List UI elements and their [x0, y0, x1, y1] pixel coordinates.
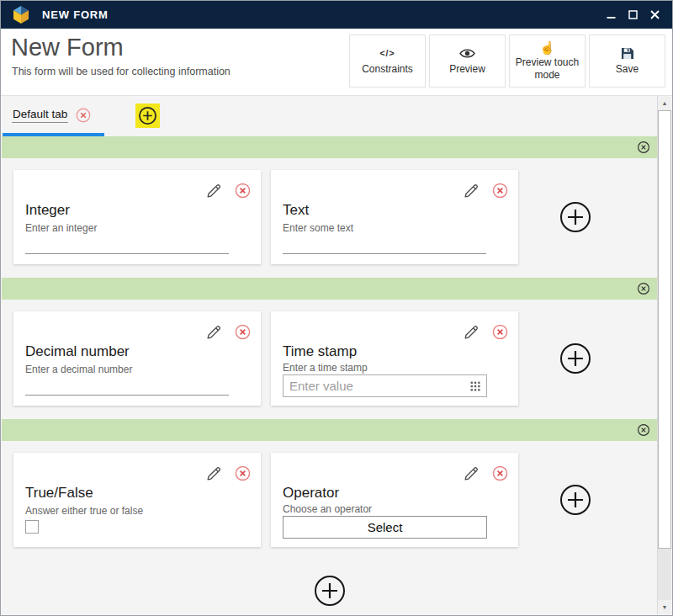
field-description: Answer either true or false — [25, 505, 143, 517]
preview-button-label: Preview — [449, 63, 485, 76]
save-icon — [621, 47, 633, 61]
add-field-button[interactable] — [559, 201, 591, 233]
timestamp-input-placeholder: Enter value — [289, 379, 470, 393]
truefalse-checkbox[interactable] — [25, 520, 39, 534]
save-button-label: Save — [616, 63, 639, 76]
field-title: Time stamp — [283, 343, 357, 360]
field-description: Enter some text — [283, 222, 353, 234]
edit-field-icon[interactable] — [205, 465, 223, 482]
vertical-scrollbar[interactable]: ▲ ▼ — [657, 96, 671, 614]
plus-circle-icon — [559, 484, 591, 516]
delete-field-icon[interactable] — [235, 183, 251, 199]
field-card-text: Text Enter some text — [271, 170, 518, 264]
touch-hand-icon: ☝ — [539, 40, 555, 54]
minimize-button[interactable] — [600, 4, 622, 26]
remove-section-icon[interactable] — [637, 423, 650, 437]
preview-touch-mode-label: Preview touch mode — [511, 56, 583, 82]
field-card-operator: Operator Choose an operator Select — [271, 453, 518, 547]
remove-section-icon[interactable] — [637, 141, 650, 154]
toolbar: </> Constraints Preview ☝ Preview touch … — [349, 35, 665, 88]
eye-icon — [459, 47, 475, 61]
keypad-grid-icon[interactable] — [470, 381, 480, 391]
fields-row: Integer Enter an integer Text Enter s — [2, 158, 657, 278]
plus-circle-icon — [138, 106, 157, 125]
timestamp-value-input[interactable]: Enter value — [283, 374, 487, 397]
field-title: True/False — [25, 485, 93, 502]
field-title: Text — [283, 202, 309, 219]
form-section: Decimal number Enter a decimal number Ti… — [2, 278, 657, 419]
preview-touch-mode-button[interactable]: ☝ Preview touch mode — [509, 35, 586, 88]
field-description: Enter a decimal number — [25, 364, 132, 375]
section-header-band — [2, 419, 657, 441]
scrollbar-thumb[interactable] — [658, 110, 671, 549]
app-window: NEW FORM New Form This form will be used… — [0, 0, 673, 616]
tab-bar: Default tab — [2, 97, 657, 136]
delete-field-icon[interactable] — [492, 465, 508, 481]
field-description: Choose an operator — [283, 503, 372, 515]
edit-field-icon[interactable] — [463, 182, 480, 199]
fields-row: True/False Answer either true or false O… — [2, 441, 657, 560]
scroll-up-arrow[interactable]: ▲ — [658, 96, 671, 110]
delete-field-icon[interactable] — [492, 324, 508, 340]
form-section: Integer Enter an integer Text Enter s — [2, 136, 657, 278]
titlebar: NEW FORM — [1, 1, 672, 29]
section-header-band — [2, 278, 657, 300]
save-button[interactable]: Save — [589, 35, 665, 88]
form-header: New Form This form will be used for coll… — [1, 29, 672, 96]
form-designer-area: Default tab — [2, 97, 657, 614]
constraints-button-label: Constraints — [362, 63, 413, 76]
window-title: NEW FORM — [42, 8, 109, 21]
maximize-button[interactable] — [622, 4, 644, 26]
field-card-timestamp: Time stamp Enter a time stamp Enter valu… — [271, 311, 518, 406]
close-button[interactable] — [644, 4, 665, 26]
field-description: Enter a time stamp — [283, 362, 368, 374]
field-card-truefalse: True/False Answer either true or false — [13, 453, 261, 547]
delete-field-icon[interactable] — [492, 183, 508, 199]
remove-section-icon[interactable] — [637, 282, 650, 295]
tab-default[interactable]: Default tab — [12, 108, 91, 123]
field-input-underline — [25, 395, 229, 396]
scroll-down-arrow[interactable]: ▼ — [658, 600, 671, 614]
tab-default-label[interactable]: Default tab — [12, 108, 68, 123]
constraints-button[interactable]: </> Constraints — [349, 35, 426, 88]
tab-close-icon[interactable] — [76, 108, 91, 123]
page-title: New Form — [11, 34, 124, 61]
fields-row: Decimal number Enter a decimal number Ti… — [2, 300, 657, 419]
field-title: Operator — [283, 485, 339, 502]
plus-circle-icon — [314, 575, 346, 607]
field-title: Decimal number — [25, 343, 130, 360]
bottom-add-row — [2, 560, 657, 607]
field-card-integer: Integer Enter an integer — [13, 170, 261, 264]
edit-field-icon[interactable] — [463, 465, 480, 482]
plus-circle-icon — [559, 201, 591, 233]
page-subtitle: This form will be used for collecting in… — [12, 66, 231, 77]
plus-circle-icon — [559, 343, 591, 374]
app-logo-icon — [11, 5, 31, 24]
delete-field-icon[interactable] — [235, 324, 251, 340]
add-section-button[interactable] — [314, 575, 346, 607]
add-field-button[interactable] — [559, 484, 591, 516]
section-header-band — [2, 136, 657, 158]
edit-field-icon[interactable] — [205, 182, 223, 199]
edit-field-icon[interactable] — [463, 323, 480, 341]
edit-field-icon[interactable] — [205, 323, 223, 341]
add-tab-button[interactable] — [135, 104, 160, 128]
field-input-underline — [25, 253, 229, 254]
form-section: True/False Answer either true or false O… — [2, 419, 657, 560]
delete-field-icon[interactable] — [235, 465, 251, 481]
field-card-decimal: Decimal number Enter a decimal number — [13, 311, 261, 406]
field-input-underline — [283, 253, 486, 254]
code-icon: </> — [379, 47, 395, 61]
preview-button[interactable]: Preview — [429, 35, 506, 88]
add-field-button[interactable] — [559, 343, 591, 374]
field-description: Enter an integer — [25, 222, 97, 234]
field-title: Integer — [25, 202, 70, 219]
operator-select-button[interactable]: Select — [283, 516, 487, 539]
